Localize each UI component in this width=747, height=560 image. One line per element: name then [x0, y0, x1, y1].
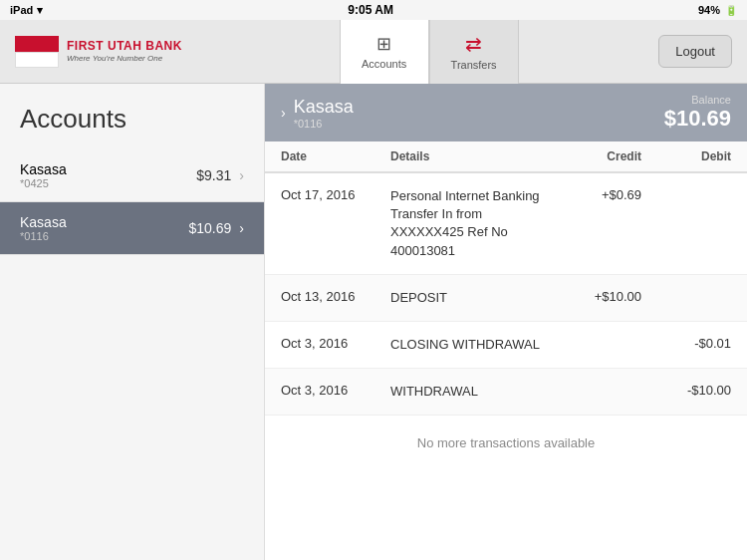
account-number-0116: *0116 [20, 230, 67, 242]
header-account-info: Kasasa *0116 [294, 97, 354, 130]
main-content: Accounts Kasasa *0425 $9.31 › Kasasa *01… [0, 84, 747, 560]
nav-tabs: ⊞ Accounts ⇄ Transfers [340, 20, 519, 84]
tx-details-1: DEPOSIT [390, 289, 552, 307]
tx-details-0: Personal Internet Banking Transfer In fr… [390, 187, 552, 260]
transaction-table-header: Date Details Credit Debit [265, 141, 747, 173]
logo-area: FIRST UTAH BANK Where You're Number One [0, 36, 199, 68]
tx-date-3: Oct 3, 2016 [281, 383, 390, 398]
logo-text: FIRST UTAH BANK Where You're Number One [67, 40, 182, 62]
time-label: 9:05 AM [348, 3, 393, 17]
header-chevron-icon: › [281, 105, 286, 121]
status-left: iPad ▾ [10, 4, 43, 17]
right-panel: › Kasasa *0116 Balance $10.69 Date Detai… [265, 84, 747, 560]
accounts-icon: ⊞ [376, 33, 391, 55]
sidebar: Accounts Kasasa *0425 $9.31 › Kasasa *01… [0, 84, 265, 560]
account-header-left: › Kasasa *0116 [281, 97, 354, 130]
tx-date-0: Oct 17, 2016 [281, 187, 390, 202]
tx-credit-0: +$0.69 [552, 187, 641, 202]
transfers-tab-label: Transfers [451, 59, 497, 71]
nav-bar: FIRST UTAH BANK Where You're Number One … [0, 20, 747, 84]
account-item-kasasa-0425[interactable]: Kasasa *0425 $9.31 › [0, 149, 264, 202]
tx-debit-2: -$0.01 [641, 336, 731, 351]
battery-icon: 🔋 [725, 5, 737, 16]
header-balance-area: Balance $10.69 [664, 94, 731, 132]
wifi-icon: ▾ [37, 4, 43, 17]
tab-accounts[interactable]: ⊞ Accounts [340, 20, 429, 84]
header-balance-label: Balance [664, 94, 731, 106]
status-right: 94% 🔋 [698, 4, 737, 16]
account-balance-0425: $9.31 [196, 167, 231, 183]
battery-label: 94% [698, 4, 720, 16]
tx-details-3: WITHDRAWAL [390, 383, 552, 401]
tx-debit-3: -$10.00 [641, 383, 731, 398]
account-item-kasasa-0116[interactable]: Kasasa *0116 $10.69 › [0, 202, 264, 255]
account-info-0116: Kasasa *0116 [20, 214, 67, 242]
logo-flag [15, 36, 59, 68]
account-item-right-0116: $10.69 › [189, 220, 245, 236]
table-row: Oct 3, 2016 WITHDRAWAL -$10.00 [265, 369, 747, 416]
tx-credit-1: +$10.00 [552, 289, 641, 304]
header-account-number: *0116 [294, 118, 354, 130]
account-item-right-0425: $9.31 › [196, 167, 244, 183]
sidebar-title: Accounts [0, 84, 264, 149]
carrier-label: iPad [10, 4, 33, 16]
chevron-icon-0116: › [239, 220, 244, 236]
logout-button[interactable]: Logout [658, 35, 732, 68]
table-row: Oct 3, 2016 CLOSING WITHDRAWAL -$0.01 [265, 322, 747, 369]
header-debit: Debit [641, 149, 731, 163]
table-row: Oct 13, 2016 DEPOSIT +$10.00 [265, 275, 747, 322]
tx-date-1: Oct 13, 2016 [281, 289, 390, 304]
account-detail-header: › Kasasa *0116 Balance $10.69 [265, 84, 747, 141]
tab-transfers[interactable]: ⇄ Transfers [429, 20, 519, 84]
header-credit: Credit [552, 149, 641, 163]
header-details: Details [390, 149, 552, 163]
header-account-name: Kasasa [294, 97, 354, 118]
status-bar: iPad ▾ 9:05 AM 94% 🔋 [0, 0, 747, 20]
account-name-0116: Kasasa [20, 214, 67, 230]
no-more-transactions: No more transactions available [265, 416, 747, 470]
header-date: Date [281, 149, 390, 163]
transaction-table-body: Oct 17, 2016 Personal Internet Banking T… [265, 173, 747, 560]
chevron-icon-0425: › [239, 167, 244, 183]
table-row: Oct 17, 2016 Personal Internet Banking T… [265, 173, 747, 275]
account-name-0425: Kasasa [20, 161, 67, 177]
header-balance-amount: $10.69 [664, 106, 731, 132]
account-info-0425: Kasasa *0425 [20, 161, 67, 189]
tx-details-2: CLOSING WITHDRAWAL [390, 336, 552, 354]
accounts-tab-label: Accounts [362, 58, 406, 70]
tx-date-2: Oct 3, 2016 [281, 336, 390, 351]
account-number-0425: *0425 [20, 177, 67, 189]
account-balance-0116: $10.69 [189, 220, 232, 236]
transfers-icon: ⇄ [465, 32, 482, 56]
